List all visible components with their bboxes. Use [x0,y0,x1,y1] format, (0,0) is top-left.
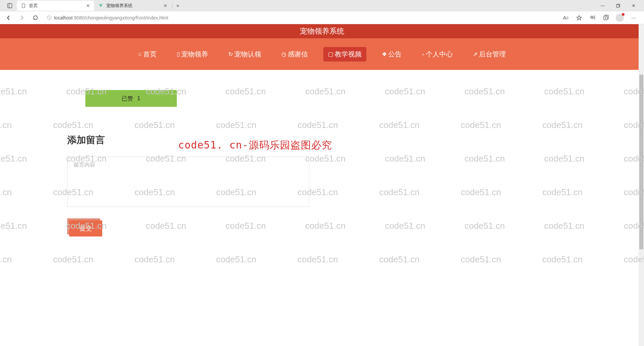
clock-icon: ◷ [281,51,286,58]
vue-icon [98,3,104,8]
menu-icon[interactable]: ⋯ [630,14,637,21]
close-window-button[interactable]: ✕ [626,1,641,11]
read-aloud-icon[interactable]: A)) [562,14,569,21]
banner-title: 宠物领养系统 [300,26,344,36]
collections-icon[interactable] [602,14,610,21]
url-input[interactable]: ⓘ localhost:8080/chongwulingyangxitong/f… [44,13,559,23]
like-label: 已赞 [122,95,133,102]
scrollbar[interactable] [639,24,644,346]
page-content: 已赞 1 添加留言 提交 [0,83,501,237]
profile-avatar[interactable] [616,14,624,22]
tab-pet-system[interactable]: 宠物领养系统 ✕ [94,1,171,11]
svg-rect-0 [8,4,12,8]
tab-bar: 首页 ✕ 宠物领养系统 ✕ ＋ — ✕ [0,0,644,11]
home-icon: ⌂ [138,51,142,57]
like-area: 已赞 1 [67,83,309,120]
url-port: :8080 [73,15,84,20]
toolbar-icons: A)) ⋯ [562,14,641,22]
list-icon: ▯ [177,51,180,58]
nav-claim[interactable]: ↻宠物认领 [224,47,266,61]
nav-label: 公告 [388,50,402,59]
svg-rect-2 [616,5,619,7]
tab-title: 宠物领养系统 [106,3,132,9]
nav-label: 后台管理 [479,50,506,59]
forward-button[interactable] [17,13,27,23]
nav-label: 教学视频 [335,50,362,59]
tab-divider [172,3,172,9]
submit-button[interactable]: 提交 [69,220,102,236]
browser-chrome: 首页 ✕ 宠物领养系统 ✕ ＋ — ✕ ⓘ [0,0,644,24]
close-icon[interactable]: ✕ [163,3,167,8]
like-count: 1 [137,95,140,102]
submit-wrap: 提交 [67,218,100,237]
comment-textarea[interactable] [67,157,309,207]
comment-section: 添加留言 提交 [67,134,501,237]
main-nav: ⌂首页 ▯宠物领养 ↻宠物认领 ◷感谢信 ▢教学视频 ❖公告 ៱个人中心 ⇗后台… [0,38,644,70]
favorites-bar-icon[interactable] [589,14,596,21]
user-icon: ៱ [422,51,425,57]
nav-label: 宠物认领 [234,50,261,59]
nav-label: 个人中心 [426,50,453,59]
tab-title: 首页 [29,3,38,9]
refresh-icon: ↻ [228,51,233,58]
link-icon: ⇗ [473,51,478,58]
file-icon [21,3,26,8]
nav-admin[interactable]: ⇗后台管理 [468,47,511,61]
nav-notice[interactable]: ❖公告 [377,47,406,61]
page-viewport: code51.cn code51.cn code51.cn code51.cn … [0,24,644,346]
window-controls: — ✕ [595,1,641,11]
address-bar: ⓘ localhost:8080/chongwulingyangxitong/f… [0,11,644,24]
page-banner: 宠物领养系统 [0,24,644,38]
layers-icon: ❖ [382,51,387,58]
close-icon[interactable]: ✕ [86,3,90,8]
tab-actions-btn[interactable] [3,3,17,8]
nav-thanks[interactable]: ◷感谢信 [277,47,313,61]
nav-adopt[interactable]: ▯宠物领养 [172,47,213,61]
nav-home[interactable]: ⌂首页 [133,47,161,61]
url-path: /chongwulingyangxitong/front/index.html [84,15,168,20]
nav-video[interactable]: ▢教学视频 [323,47,366,61]
tab-home[interactable]: 首页 ✕ [17,1,94,11]
reload-button[interactable] [30,13,40,23]
back-button[interactable] [3,13,13,23]
minimize-button[interactable]: — [595,1,610,11]
url-host: localhost [54,15,73,20]
nav-label: 感谢信 [288,50,308,59]
comment-title: 添加留言 [67,134,501,146]
site-info-icon[interactable]: ⓘ [47,15,51,21]
nav-label: 首页 [143,50,157,59]
video-icon: ▢ [328,51,333,58]
scrollbar-thumb[interactable] [639,75,643,249]
nav-profile[interactable]: ៱个人中心 [417,47,457,61]
new-tab-button[interactable]: ＋ [173,1,183,10]
nav-label: 宠物领养 [181,50,208,59]
maximize-button[interactable] [610,1,626,11]
favorite-icon[interactable] [575,14,583,21]
like-button[interactable]: 已赞 1 [85,90,177,107]
